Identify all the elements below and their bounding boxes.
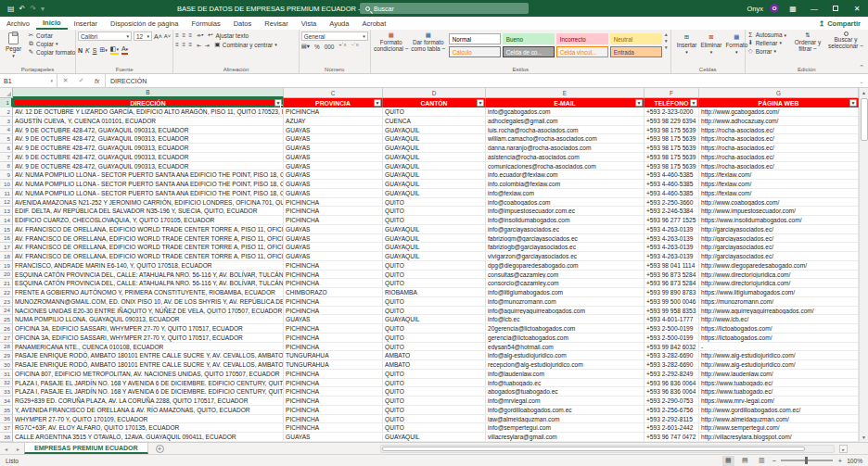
new-sheet-icon[interactable]: + [156,445,164,453]
page-break-view-icon[interactable]: ▥ [756,456,768,466]
cell-direccion[interactable]: AV. NUMA POMPILIO LLONA - SECTOR PUERTO … [13,180,284,189]
cell-telefono[interactable]: +593 4-263-0139 [645,252,699,261]
cell-telefono[interactable]: +593 99 500 0046 [645,297,699,307]
cell-telefono[interactable]: +593 2-246-5384 [645,207,699,216]
insert-cells-button[interactable]: ⊞Insertar▾ [677,33,697,55]
share-button[interactable]: ↥ Compartir [819,17,861,30]
cell-direccion[interactable]: FRENTE A GOBIERNO AUTÓNOMO Y, PRIMERA CO… [13,288,284,297]
expand-formula-bar-icon[interactable]: ⌄ [855,74,868,87]
cell-provincia[interactable]: PICHINCHA [284,406,383,415]
cell-telefono[interactable]: +593 2-290-0753 [645,397,699,406]
cell-email[interactable]: info@alg-estudiojuridico.com [486,351,645,360]
wrap-text-button[interactable]: ↩Ajustar texto [207,31,249,39]
cell-provincia[interactable]: PICHINCHA [284,343,383,352]
cell-telefono[interactable]: +593 4-460-5385 [645,170,699,180]
cell-direccion[interactable]: Y, AVENIDA FRANCISCO DE ORELLANA & AV. R… [13,406,284,415]
cell-provincia[interactable]: PICHINCHA [284,279,383,288]
cell-provincia[interactable]: GUAYAS [284,144,383,153]
cell-email[interactable]: info@tuabogado.ec [486,379,645,388]
align-left-icon[interactable]: ≡ ≡ ≡ [175,42,193,47]
cell-canton[interactable]: RIOBAMBA [383,288,486,297]
cell-web[interactable]: http://garciayasociados.ec/ [699,243,859,252]
cell-telefono[interactable]: +593 2-500-0199 [645,334,699,343]
cell-email[interactable]: law@almeidaguzman.com [486,415,645,424]
cell-provincia[interactable]: GUAYAS [284,433,383,442]
cell-web[interactable]: - [699,343,859,352]
cell-web[interactable]: https://rocha-asociados.ec/ [699,153,859,162]
row-number[interactable]: 6 [0,144,13,153]
cell-web[interactable]: http://garciayasociados.ec/ [699,252,859,261]
increase-font-icon[interactable]: A˄ [154,33,162,40]
delete-cells-button[interactable]: ⊠Eliminar▾ [700,33,721,55]
header-cell-telefono[interactable]: TELÉFONO▼ [645,98,699,107]
sheet-tab[interactable]: EMPRESAS PREMIUM ECUADOR [24,443,148,454]
borders-icon[interactable]: ⊞▾ [99,46,107,54]
cell-email[interactable]: info@laudenlaw.com [486,370,645,379]
cell-email[interactable]: dpg@diegoparedesabogado.com [486,261,645,271]
cell-direccion[interactable]: AV. NUMA POMPILIO LLONA - SECTOR PUERTO … [13,170,284,180]
cell-provincia[interactable]: GUAYAS [284,234,383,244]
cell-provincia[interactable]: PICHINCHA [284,370,383,379]
cell-web[interactable]: https://rocha-asociados.ec/ [699,134,859,144]
italic-button[interactable]: K [85,47,90,54]
cell-telefono[interactable]: +593 99 958 8353 [645,307,699,316]
cell-email[interactable]: info@litigiumabogados.com [486,288,645,297]
paste-button[interactable]: Pegar ▾ [2,31,25,59]
cell-canton[interactable]: QUITO [383,397,486,406]
cell-email[interactable]: danna.naranjo@rocha-asociados.com [486,144,645,153]
cell-email[interactable]: info@gcabogados.com [486,107,645,117]
user-name[interactable]: Onyx [747,5,763,13]
cell-canton[interactable]: GUAYAQUIL [383,162,486,171]
cell-email[interactable]: gerencia@lictoabogados.com [486,334,645,343]
row-number[interactable]: 3 [0,117,13,126]
cell-direccion[interactable]: AV. FRANCISCO DE ORELLANA, EDIFICIO WORL… [13,243,284,252]
hscroll-right-icon[interactable]: ▸ [839,445,848,453]
scroll-down-icon[interactable]: ▼ [860,433,868,442]
cell-direccion[interactable]: FRANCISCO, ANDRADE MARIN E6-140, Y, QUIT… [13,261,284,271]
cell-email[interactable]: info@aguirreyaguirreabogados.com [486,307,645,316]
cell-style-chip[interactable]: Celda de co... [503,46,555,57]
cell-email[interactable]: info@mrvlegal.com [486,397,645,406]
cell-direccion[interactable]: AV. 9 DE OCTUBRE 428-472, GUAYAQUIL 0903… [13,153,284,162]
cell-email[interactable]: info.colombia@fexlaw.com [486,180,645,189]
cell-canton[interactable]: QUITO [383,370,486,379]
cell-direccion[interactable]: PANAMERICANA NTE., CUENCA 010108, ECUADO… [13,343,284,352]
merge-center-button[interactable]: ▣Combinar y centrar▾ [214,41,277,48]
row-number[interactable]: 13 [0,207,13,216]
fill-color-icon[interactable]: ◧▾ [110,45,119,55]
cell-canton[interactable]: GUAYAQUIL [383,180,486,189]
cell-web[interactable]: http://www.almeidaguzman.com/ [699,415,859,424]
row-number[interactable]: 9 [0,170,13,180]
vertical-scrollbar[interactable]: ▲ ▼ [859,88,868,442]
cell-canton[interactable]: QUITO [383,271,486,280]
copy-button[interactable]: ⧉Copiar▾ [28,40,75,47]
cell-direccion[interactable]: WHYMPER 27-70 Y, QUITO 170109, ECUADOR [13,415,284,424]
minimize-icon[interactable]: — [807,0,822,17]
cell-canton[interactable]: GUAYAQUIL [383,315,486,324]
row-number[interactable]: 36 [0,415,13,424]
format-cells-button[interactable]: ▦Formato▾ [725,33,747,55]
cell-direccion[interactable]: EDIF. DELTA, AV REPÚBLICA DEL SALVADOR N… [13,207,284,216]
cell-direccion[interactable]: CALLE ARGENTINA 3515 Y OTAVALO, 12AVA. G… [13,433,284,442]
cell-direccion[interactable]: PASAJE ENRIQUE RODÓ, AMBATO 180101 ENTRE… [13,351,284,360]
decrease-decimal-icon[interactable]: ⁻˙⁰ [351,43,358,50]
orientation-icon[interactable]: ⌯▾ [197,32,203,39]
cell-style-chip[interactable]: Incorrecto [556,33,608,44]
cell-telefono[interactable]: +593 98 175 5639 [645,134,699,144]
tab-datos[interactable]: Datos [227,17,259,30]
cell-canton[interactable]: QUITO [383,406,486,415]
cell-telefono[interactable]: +593 2-500-0199 [645,324,699,334]
cancel-entry-icon[interactable]: ✕ [63,77,69,84]
cell-provincia[interactable]: PICHINCHA [284,107,383,117]
scroll-up-icon[interactable]: ▲ [860,88,868,97]
cell-telefono[interactable]: +593 98 229 6394 [645,117,699,126]
cell-email[interactable]: asistencia@rocha-asociados.com [486,153,645,162]
row-number[interactable]: 34 [0,397,13,406]
cut-button[interactable]: ✂Cortar [28,31,75,39]
cell-canton[interactable]: QUITO [383,279,486,288]
cell-web[interactable]: https://www.mrv-legal.com/ [699,397,859,406]
cell-telefono[interactable]: +593 2-256-6756 [645,406,699,415]
cell-direccion[interactable]: AV. FRANCISCO DE ORELLANA, EDIFICIO WORL… [13,225,284,234]
indent-icon[interactable]: ⇤ ⇥ [197,42,211,48]
row-number[interactable]: 35 [0,406,13,415]
